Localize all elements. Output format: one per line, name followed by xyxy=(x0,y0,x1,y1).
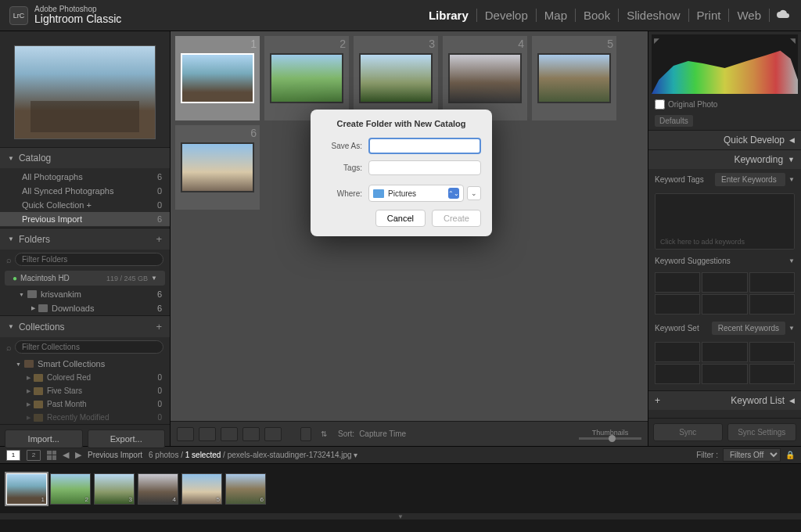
keyword-list-header[interactable]: +Keyword List◀ xyxy=(648,390,801,410)
original-photo-checkbox[interactable] xyxy=(655,99,665,110)
module-nav: Library Develop Map Book Slideshow Print… xyxy=(421,9,792,22)
grid-view-icon[interactable] xyxy=(177,427,194,441)
quick-develop-header[interactable]: Quick Develop◀ xyxy=(648,130,801,149)
filmstrip-thumb[interactable]: 6 xyxy=(225,473,266,505)
keyword-set-label: Keyword Set xyxy=(655,324,699,332)
sort-direction-icon[interactable]: ⇅ xyxy=(321,430,327,438)
histogram[interactable]: ◤◥ xyxy=(652,34,798,94)
grid-thumbnail[interactable]: 6 xyxy=(175,125,260,210)
nav-develop[interactable]: Develop xyxy=(477,9,537,22)
survey-view-icon[interactable] xyxy=(242,427,260,441)
catalog-row[interactable]: All Synced Photographs0 xyxy=(0,184,170,198)
dialog-title: Create Folder with New Catalog xyxy=(321,119,481,128)
filmstrip-thumb[interactable]: 1 xyxy=(6,473,47,505)
sync-button[interactable]: Sync xyxy=(653,423,723,441)
collection-filter-input[interactable] xyxy=(15,340,163,354)
compare-view-icon[interactable] xyxy=(221,427,238,441)
tags-input[interactable] xyxy=(368,160,481,175)
keyword-set-select[interactable]: Recent Keywords xyxy=(712,322,785,335)
filmstrip[interactable]: 1 2 3 4 5 6 xyxy=(0,463,801,513)
smart-collection-row[interactable]: ▶Past Month0 xyxy=(0,397,170,411)
smart-collection-row[interactable]: ▶Recently Modified0 xyxy=(0,411,170,424)
nav-map[interactable]: Map xyxy=(537,9,576,22)
catalog-row[interactable]: Quick Collection +0 xyxy=(0,198,170,212)
nav-print[interactable]: Print xyxy=(689,9,730,22)
disclosure-triangle-icon: ▼ xyxy=(8,235,14,243)
grid-thumbnail[interactable]: 2 xyxy=(264,36,349,120)
defaults-select[interactable]: Defaults xyxy=(655,115,693,127)
add-collection-icon[interactable]: + xyxy=(156,321,162,332)
disclosure-triangle-icon: ▶ xyxy=(31,305,35,311)
folders-header[interactable]: ▼ Folders + xyxy=(0,228,170,250)
painter-icon[interactable] xyxy=(300,427,311,441)
save-as-label: Save As: xyxy=(321,142,362,150)
filmstrip-thumb[interactable]: 4 xyxy=(138,473,178,505)
import-button[interactable]: Import... xyxy=(5,430,83,448)
shadow-clip-icon[interactable]: ◤ xyxy=(654,37,659,45)
keyword-entry-box[interactable]: Click here to add keywords xyxy=(655,193,795,250)
lock-icon[interactable]: 🔒 xyxy=(785,451,795,459)
people-view-icon[interactable] xyxy=(264,427,282,441)
keyword-tags-select[interactable]: Enter Keywords xyxy=(715,173,785,186)
folder-row[interactable]: ▶Downloads6 xyxy=(0,301,170,315)
save-as-input[interactable] xyxy=(368,138,481,154)
thumbnail-size-slider[interactable]: Thumbnails xyxy=(579,429,641,440)
keyword-suggestions-grid xyxy=(655,272,795,315)
main-window-icon[interactable]: 1 xyxy=(6,450,20,461)
where-select[interactable]: Pictures ⌃⌄ xyxy=(368,185,464,202)
nav-library[interactable]: Library xyxy=(421,9,477,22)
cancel-button[interactable]: Cancel xyxy=(375,210,426,227)
loupe-view-icon[interactable] xyxy=(199,427,216,441)
right-panel: ◤◥ Original Photo Defaults Quick Develop… xyxy=(648,31,801,446)
sort-value[interactable]: Capture Time xyxy=(359,430,406,438)
grid-thumbnail[interactable]: 1 xyxy=(175,36,260,120)
chevron-left-icon: ◀ xyxy=(789,136,795,144)
highlight-clip-icon[interactable]: ◥ xyxy=(790,37,796,45)
chevron-down-icon[interactable]: ▼ xyxy=(151,275,157,282)
chevron-down-icon[interactable]: ▼ xyxy=(788,325,795,332)
folder-row[interactable]: ▼krisvankim6 xyxy=(0,287,170,301)
grid-thumbnail[interactable]: 3 xyxy=(354,36,438,120)
filmstrip-thumb[interactable]: 5 xyxy=(181,473,222,505)
grid-icon[interactable] xyxy=(47,451,56,460)
disclosure-triangle-icon: ▼ xyxy=(19,292,24,297)
smart-collection-row[interactable]: ▶Five Stars0 xyxy=(0,384,170,397)
catalog-header[interactable]: ▼ Catalog xyxy=(0,148,170,168)
preview-image[interactable] xyxy=(14,45,156,139)
grid-thumbnail[interactable]: 4 xyxy=(443,36,527,120)
smart-collection-row[interactable]: ▶Colored Red0 xyxy=(0,371,170,384)
catalog-row[interactable]: All Photographs6 xyxy=(0,170,170,184)
add-folder-icon[interactable]: + xyxy=(156,233,162,245)
create-button[interactable]: Create xyxy=(432,210,481,227)
keyword-tags-label: Keyword Tags xyxy=(655,175,704,184)
search-icon: ⌕ xyxy=(6,343,12,352)
tags-label: Tags: xyxy=(321,164,362,172)
cloud-sync-icon[interactable] xyxy=(776,9,792,22)
keywording-header[interactable]: Keywording▼ xyxy=(648,149,801,169)
second-window-icon[interactable]: 2 xyxy=(27,450,41,461)
expand-browser-icon[interactable]: ⌄ xyxy=(467,186,481,200)
nav-slideshow[interactable]: Slideshow xyxy=(619,9,688,22)
sort-label: Sort: xyxy=(338,430,354,438)
next-arrow-icon[interactable]: ▶ xyxy=(75,450,81,460)
export-button[interactable]: Export... xyxy=(88,430,166,448)
source-label[interactable]: Previous Import xyxy=(88,451,142,459)
chevron-down-icon: ▼ xyxy=(788,156,795,164)
sync-settings-button[interactable]: Sync Settings xyxy=(727,423,797,441)
filmstrip-thumb[interactable]: 3 xyxy=(94,473,135,505)
collections-header[interactable]: ▼ Collections + xyxy=(0,316,170,337)
chevron-down-icon[interactable]: ▼ xyxy=(788,257,795,264)
smart-collections-row[interactable]: ▼Smart Collections xyxy=(0,357,170,371)
filmstrip-thumb[interactable]: 2 xyxy=(50,473,91,505)
drive-row[interactable]: ● Macintosh HD 119 / 245 GB ▼ xyxy=(5,271,165,286)
filter-select[interactable]: Filters Off xyxy=(723,448,781,462)
photo-count: 6 photos / 1 selected / pexels-alex-stau… xyxy=(149,451,357,459)
folder-filter-input[interactable] xyxy=(15,253,163,266)
prev-arrow-icon[interactable]: ◀ xyxy=(63,450,69,460)
filmstrip-handle[interactable]: ▼ xyxy=(0,513,801,519)
grid-thumbnail[interactable]: 5 xyxy=(532,36,616,120)
nav-web[interactable]: Web xyxy=(729,9,770,22)
catalog-row-selected[interactable]: Previous Import6 xyxy=(0,212,170,226)
chevron-down-icon[interactable]: ▼ xyxy=(788,176,795,183)
nav-book[interactable]: Book xyxy=(576,9,619,22)
